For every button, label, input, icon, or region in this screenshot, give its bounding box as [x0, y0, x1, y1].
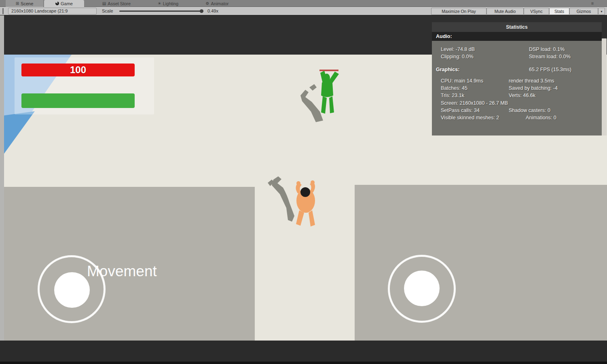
statistics-panel: Statistics Audio: Level: -74.8 dB DSP lo… [432, 22, 602, 135]
maximize-on-play-button[interactable]: Maximize On Play [431, 8, 486, 15]
aspect-ratio-dropdown[interactable]: 2160x1080 Landscape (21:9 [8, 8, 97, 15]
stat-row-screen: Screen: 2160x1080 - 26.7 MB [432, 100, 602, 108]
stat-row-batches: Batches: 45 Saved by batching: -4 [432, 85, 602, 93]
player-head [300, 187, 310, 197]
tab-asset-store[interactable]: ▤ Asset Store [92, 0, 141, 7]
toolbar-drag-handle[interactable] [2, 8, 4, 14]
health-bar-red: 100 [21, 63, 135, 76]
viewport-left-edge [0, 15, 4, 341]
lighting-icon: ☀ [158, 2, 161, 6]
player-character [263, 176, 319, 233]
stat-row-cpu: CPU: main 14.9ms render thread 3.5ms [432, 78, 602, 85]
tab-animator[interactable]: ⚙ Animator [195, 0, 239, 7]
tab-scene-label: Scene [21, 1, 33, 6]
movement-label: Movement [87, 263, 157, 280]
stat-row-setpass: SetPass calls: 34 Shadow casters: 0 [432, 108, 602, 115]
tab-animator-label: Animator [211, 1, 228, 6]
enemy-character-green [297, 67, 342, 128]
player-body [296, 180, 315, 226]
enemy-shadow-body [300, 90, 323, 122]
stat-row-skinned-meshes: Visible skinned meshes: 2 Animations: 0 [432, 115, 602, 122]
enemy-shadow [309, 84, 317, 91]
statistics-title: Statistics [506, 24, 527, 30]
stat-row-audio-clipping: Clipping: 0.0% Stream load: 0.0% [432, 54, 602, 61]
statistics-scrollbar[interactable] [602, 38, 607, 135]
stat-row-audio-level: Level: -74.8 dB DSP load: 0.1% [432, 47, 602, 54]
hamburger-icon: ≡ [591, 1, 594, 6]
audio-section-header: Audio: [432, 32, 602, 41]
tab-strip: ⊞ Scene Game ▤ Asset Store ☀ Lighting ⚙ … [0, 0, 607, 7]
gizmos-dropdown-arrow[interactable]: ▾ [598, 8, 605, 15]
health-bar-green [21, 93, 135, 108]
gizmos-button[interactable]: Gizmos [569, 8, 598, 15]
statistics-title-bar: Statistics [432, 22, 602, 32]
unity-editor-window: ⊞ Scene Game ▤ Asset Store ☀ Lighting ⚙ … [0, 0, 607, 364]
window-menu-icon[interactable]: ≡ [586, 0, 599, 6]
water-area-dark [4, 111, 35, 154]
aim-joystick-knob[interactable] [404, 271, 440, 306]
stat-row-graphics-header: Graphics: 65.2 FPS (15.3ms) [432, 67, 602, 74]
stat-row-tris: Tris: 23.1k Verts: 46.6k [432, 93, 602, 100]
statistics-body: Level: -74.8 dB DSP load: 0.1% Clipping:… [432, 41, 602, 135]
tab-lighting[interactable]: ☀ Lighting [149, 0, 187, 7]
game-icon [55, 2, 59, 5]
tab-scene[interactable]: ⊞ Scene [6, 0, 43, 7]
scale-slider-thumb[interactable] [200, 9, 203, 13]
enemy-health-line [319, 70, 338, 71]
vsync-button[interactable]: VSync [524, 8, 549, 15]
asset-store-icon: ▤ [102, 2, 106, 6]
scale-slider[interactable] [119, 11, 203, 12]
platform-right [355, 185, 607, 356]
tab-game[interactable]: Game [44, 0, 84, 7]
scale-label: Scale [102, 8, 113, 13]
enemy-body [320, 71, 339, 114]
tab-lighting-label: Lighting [163, 1, 179, 6]
animator-icon: ⚙ [206, 2, 209, 6]
tab-asset-store-label: Asset Store [108, 1, 131, 6]
tab-game-label: Game [61, 1, 73, 6]
stats-button[interactable]: Stats [549, 8, 569, 15]
scale-value: 0.49x [207, 8, 218, 13]
mute-audio-button[interactable]: Mute Audio [486, 8, 524, 15]
scene-icon: ⊞ [16, 2, 19, 6]
viewport-letterbox-bottom [0, 341, 607, 364]
movement-joystick-knob[interactable] [54, 272, 90, 308]
player-shadow [272, 176, 294, 222]
